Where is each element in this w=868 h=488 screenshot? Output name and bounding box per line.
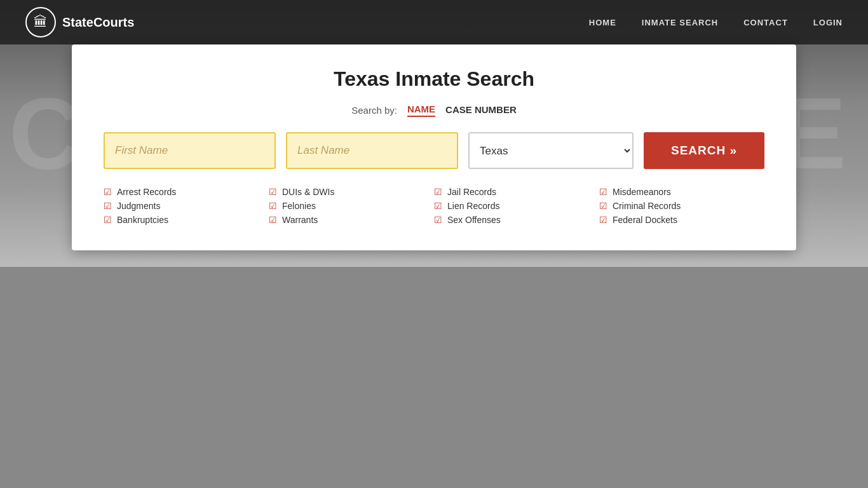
check-icon: ☑ [269, 187, 277, 197]
first-name-input[interactable] [104, 132, 276, 169]
check-icon: ☑ [434, 201, 442, 211]
search-by-row: Search by: NAME CASE NUMBER [104, 104, 764, 117]
nav-links: HOME INMATE SEARCH CONTACT LOGIN [589, 18, 843, 27]
tab-name[interactable]: NAME [407, 104, 435, 117]
check-label: Criminal Records [613, 201, 681, 211]
check-warrants: ☑Warrants [269, 215, 434, 225]
check-label: Jail Records [447, 187, 496, 197]
site-logo[interactable]: 🏛 StateCourts [25, 7, 134, 37]
check-arrest: ☑Arrest Records [104, 187, 269, 197]
logo-icon: 🏛 [25, 7, 56, 37]
check-col-2: ☑DUIs & DWIs ☑Felonies ☑Warrants [269, 187, 434, 225]
check-icon: ☑ [434, 215, 442, 225]
check-felonies: ☑Felonies [269, 201, 434, 211]
check-label: DUIs & DWIs [282, 187, 334, 197]
search-card: Texas Inmate Search Search by: NAME CASE… [72, 44, 796, 250]
search-title: Texas Inmate Search [104, 67, 764, 91]
check-lien: ☑Lien Records [434, 201, 599, 211]
check-label: Bankruptcies [117, 215, 168, 225]
check-duis: ☑DUIs & DWIs [269, 187, 434, 197]
check-label: Felonies [282, 201, 316, 211]
main-nav: 🏛 StateCourts HOME INMATE SEARCH CONTACT… [0, 0, 868, 44]
check-bankruptcies: ☑Bankruptcies [104, 215, 269, 225]
nav-inmate-search[interactable]: INMATE SEARCH [642, 18, 718, 27]
check-federal: ☑Federal Dockets [599, 215, 764, 225]
check-col-3: ☑Jail Records ☑Lien Records ☑Sex Offense… [434, 187, 599, 225]
check-misdemeanors: ☑Misdemeanors [599, 187, 764, 197]
check-label: Sex Offenses [447, 215, 501, 225]
search-button[interactable]: SEARCH » [644, 132, 764, 169]
check-icon: ☑ [269, 201, 277, 211]
check-icon: ☑ [104, 187, 112, 197]
check-judgments: ☑Judgments [104, 201, 269, 211]
search-card-wrapper: Texas Inmate Search Search by: NAME CASE… [72, 44, 796, 250]
state-select[interactable]: Texas Alabama Alaska California Florida … [468, 132, 634, 169]
check-label: Arrest Records [117, 187, 176, 197]
check-jail: ☑Jail Records [434, 187, 599, 197]
check-icon: ☑ [269, 215, 277, 225]
check-label: Warrants [282, 215, 318, 225]
check-criminal: ☑Criminal Records [599, 201, 764, 211]
check-icon: ☑ [599, 187, 607, 197]
checklist: ☑Arrest Records ☑Judgments ☑Bankruptcies… [104, 187, 764, 225]
check-label: Lien Records [447, 201, 500, 211]
nav-home[interactable]: HOME [589, 18, 616, 27]
check-sex: ☑Sex Offenses [434, 215, 599, 225]
check-icon: ☑ [104, 215, 112, 225]
nav-contact[interactable]: CONTACT [743, 18, 788, 27]
check-icon: ☑ [599, 201, 607, 211]
last-name-input[interactable] [286, 132, 458, 169]
check-col-1: ☑Arrest Records ☑Judgments ☑Bankruptcies [104, 187, 269, 225]
site-name: StateCourts [62, 15, 134, 30]
check-label: Federal Dockets [613, 215, 677, 225]
check-icon: ☑ [104, 201, 112, 211]
search-fields-row: Texas Alabama Alaska California Florida … [104, 132, 764, 169]
search-by-label: Search by: [351, 105, 397, 116]
check-icon: ☑ [599, 215, 607, 225]
check-label: Misdemeanors [613, 187, 671, 197]
tab-case-number[interactable]: CASE NUMBER [445, 104, 517, 116]
nav-login[interactable]: LOGIN [813, 18, 843, 27]
check-col-4: ☑Misdemeanors ☑Criminal Records ☑Federal… [599, 187, 764, 225]
check-icon: ☑ [434, 187, 442, 197]
check-label: Judgments [117, 201, 160, 211]
